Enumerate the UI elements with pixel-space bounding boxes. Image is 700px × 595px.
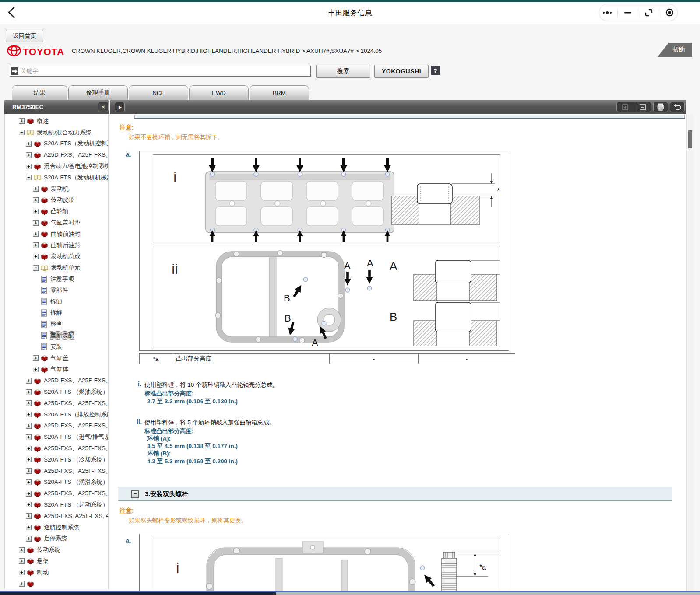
tree-item[interactable]: 拆解: [5, 308, 108, 319]
tree-item[interactable]: 注意事项: [5, 273, 108, 285]
vertical-scrollbar[interactable]: [686, 114, 694, 592]
tree-item[interactable]: −S20A-FTS（发动机机械部: [5, 172, 108, 183]
tree-item-label[interactable]: 悬架: [37, 557, 49, 565]
tree-item-label[interactable]: 注意事项: [50, 275, 74, 283]
more-options-icon[interactable]: [602, 8, 612, 18]
expand-icon[interactable]: +: [33, 197, 39, 203]
tree-item-label[interactable]: 拆解: [50, 309, 62, 317]
tree-item-label[interactable]: A25D-FXS、A25F-FXS、: [44, 467, 108, 475]
search-button[interactable]: 搜索: [316, 65, 370, 78]
tree-item-label[interactable]: 检查: [50, 320, 62, 328]
tree-item-label[interactable]: 曲轴后油封: [51, 242, 81, 249]
collapse-icon[interactable]: −: [33, 265, 39, 271]
expand-icon[interactable]: +: [19, 581, 25, 587]
tree-item-label[interactable]: 制动: [37, 569, 49, 577]
tree-item[interactable]: +气缸盖: [5, 353, 108, 364]
tree-item[interactable]: 安装: [5, 341, 108, 353]
tree-item-label[interactable]: 发动机: [51, 185, 69, 193]
close-tree-button[interactable]: ×: [98, 102, 109, 112]
tree-item[interactable]: +发动机总成: [5, 251, 108, 262]
expand-icon[interactable]: +: [26, 423, 32, 429]
scrollbar-thumb[interactable]: [0, 592, 276, 595]
tree-item[interactable]: +混合动力/蓄电池控制系统: [5, 161, 108, 172]
expand-icon[interactable]: +: [33, 209, 39, 214]
expand-icon[interactable]: +: [33, 355, 39, 361]
tab-1[interactable]: 修理手册: [68, 85, 128, 100]
expand-icon[interactable]: +: [33, 367, 39, 372]
tree-item-label[interactable]: 发动机单元: [51, 264, 81, 272]
tree-item-label[interactable]: S20A-FTS （进气/排气系: [44, 433, 108, 441]
expand-icon[interactable]: +: [19, 558, 25, 564]
tree-item[interactable]: 检查: [5, 318, 108, 330]
tree-item-label[interactable]: S20A-FTS （燃油系统）: [44, 388, 108, 396]
expand-icon[interactable]: +: [19, 570, 25, 575]
tree-item-label[interactable]: A25D-FXS、A25F-FXS、: [44, 490, 108, 497]
scrollbar-thumb[interactable]: [688, 130, 692, 148]
expand-icon[interactable]: +: [19, 547, 25, 553]
collapse-all-button[interactable]: [634, 102, 651, 112]
tree-item[interactable]: +S20A-FTS （燃油系统）: [5, 386, 108, 398]
expand-icon[interactable]: +: [26, 491, 32, 497]
tree-item-label[interactable]: 启停系统: [44, 535, 67, 542]
tree-item[interactable]: +S20A-FTS （起动系统）: [5, 499, 108, 511]
expand-icon[interactable]: +: [26, 412, 32, 417]
expand-panel-button[interactable]: ▶: [115, 102, 125, 112]
tree-item[interactable]: +曲轴后油封: [5, 240, 108, 251]
tree-item-label[interactable]: 曲轴前油封: [51, 230, 81, 238]
print-button[interactable]: [653, 102, 668, 112]
expand-icon[interactable]: +: [26, 400, 32, 406]
tab-3[interactable]: EWD: [189, 85, 249, 100]
tree-item[interactable]: +气缸体: [5, 364, 108, 375]
help-button[interactable]: 帮助: [658, 43, 692, 57]
expand-icon[interactable]: +: [26, 502, 32, 508]
tree-item[interactable]: +曲轴前油封: [5, 228, 108, 240]
tree-item-label[interactable]: S20A-FTS（发动机机械部: [44, 174, 108, 182]
tree-item-label[interactable]: 拆卸: [50, 298, 62, 306]
collapse-section-icon[interactable]: −: [131, 490, 139, 498]
close-icon[interactable]: [664, 8, 675, 18]
tree-item[interactable]: +S20A-FTS（发动机控制系: [5, 138, 108, 150]
tree-item-label[interactable]: S20A-FTS （起动系统）: [44, 501, 108, 509]
tree-item-label[interactable]: 发动机总成: [51, 252, 81, 260]
collapse-icon[interactable]: −: [26, 175, 32, 180]
horizontal-scrollbar[interactable]: [0, 592, 700, 595]
tree-item-label[interactable]: 重新装配: [50, 332, 74, 340]
tab-4[interactable]: BRM: [250, 85, 309, 100]
tree-item[interactable]: +启停系统: [5, 533, 108, 544]
tree-item-label[interactable]: S20A-FTS （冷却系统）: [44, 456, 108, 464]
tree-item-label[interactable]: A25D-FXS、A25F-FXS、: [44, 422, 108, 430]
back-home-button[interactable]: 返回首页: [6, 30, 43, 42]
expand-icon[interactable]: +: [26, 513, 32, 519]
tree-item[interactable]: −发动机单元: [5, 262, 108, 273]
expand-icon[interactable]: +: [26, 468, 32, 474]
tree-item[interactable]: +概述: [5, 116, 108, 127]
tree-item-label[interactable]: 传动皮带: [51, 196, 74, 204]
tree-item-label[interactable]: A25D-FXS、A25F-FXS、: [44, 377, 108, 385]
tree-item-label[interactable]: A25D-FXS、A25F-FXS、: [44, 444, 108, 452]
tree-item[interactable]: 零部件: [5, 285, 108, 296]
expand-icon[interactable]: +: [19, 118, 25, 124]
tree-item[interactable]: +发动机: [5, 183, 108, 195]
tree-item[interactable]: 重新装配: [5, 330, 108, 341]
expand-icon[interactable]: +: [33, 254, 39, 259]
tree-item-label[interactable]: 气缸盖衬垫: [51, 219, 81, 227]
expand-icon[interactable]: +: [26, 457, 32, 462]
tree-item-label[interactable]: 概述: [37, 117, 49, 125]
fullscreen-icon[interactable]: [644, 8, 654, 18]
expand-icon[interactable]: +: [26, 525, 32, 530]
yokogushi-button[interactable]: YOKOGUSHI: [374, 65, 429, 78]
tree-item[interactable]: +气缸盖衬垫: [5, 217, 108, 228]
expand-icon[interactable]: +: [26, 141, 32, 147]
expand-icon[interactable]: +: [26, 446, 32, 452]
expand-icon[interactable]: +: [33, 186, 39, 192]
tree-item-label[interactable]: A25D-FXS, A25F-FXS, A: [44, 513, 108, 519]
tree-item[interactable]: +A25D-FXS、A25F-FXS、: [5, 149, 108, 161]
tree-item[interactable]: +A25D-FXS、A25F-FXS、: [5, 488, 108, 499]
expand-icon[interactable]: +: [33, 231, 39, 237]
tree-item[interactable]: +S20A-FTS （润滑系统）: [5, 477, 108, 488]
expand-icon[interactable]: +: [26, 164, 32, 169]
return-button[interactable]: [670, 102, 685, 112]
expand-icon[interactable]: +: [26, 434, 32, 440]
tree-item[interactable]: +A25D-FXS, A25F-FXS, A: [5, 511, 108, 522]
collapse-icon[interactable]: −: [19, 130, 25, 135]
